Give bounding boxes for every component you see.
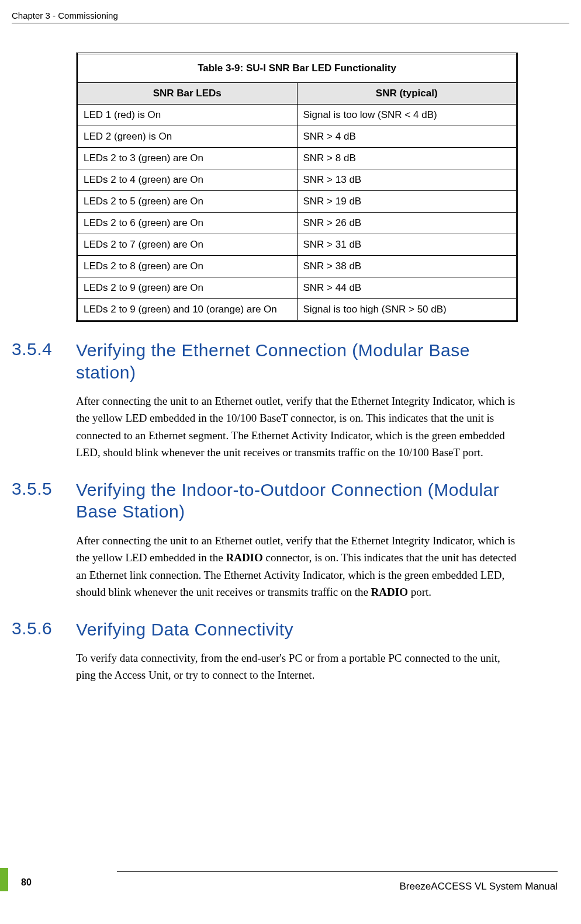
table-row: LEDs 2 to 7 (green) are OnSNR > 31 dB [77, 234, 517, 256]
table-cell-led: LEDs 2 to 5 (green) are On [77, 191, 298, 213]
table-cell-snr: SNR > 31 dB [297, 234, 517, 256]
table-col1-head: SNR Bar LEDs [77, 83, 298, 105]
section-heading: 3.5.6Verifying Data Connectivity [12, 619, 518, 641]
table-cell-snr: Signal is too high (SNR > 50 dB) [297, 299, 517, 321]
table-cell-led: LED 2 (green) is On [77, 126, 298, 148]
table-row: LEDs 2 to 3 (green) are OnSNR > 8 dB [77, 148, 517, 169]
section: 3.5.5Verifying the Indoor-to-Outdoor Con… [76, 479, 518, 601]
chapter-label: Chapter 3 - Commissioning [12, 11, 118, 20]
page-footer: 80 BreezeACCESS VL System Manual [0, 871, 581, 901]
section-title: Verifying Data Connectivity [76, 619, 293, 641]
table-cell-led: LEDs 2 to 6 (green) are On [77, 213, 298, 234]
table-header-row: SNR Bar LEDs SNR (typical) [77, 83, 517, 105]
table-row: LED 2 (green) is OnSNR > 4 dB [77, 126, 517, 148]
manual-title: BreezeACCESS VL System Manual [399, 881, 558, 892]
table-cell-snr: SNR > 13 dB [297, 169, 517, 191]
footer-rule [117, 871, 558, 872]
section-heading: 3.5.4Verifying the Ethernet Connection (… [12, 339, 518, 383]
page-header: Chapter 3 - Commissioning [12, 11, 569, 23]
section-title: Verifying the Ethernet Connection (Modul… [76, 339, 518, 383]
table-cell-led: LEDs 2 to 9 (green) and 10 (orange) are … [77, 299, 298, 321]
snr-led-table: Table 3-9: SU-I SNR Bar LED Functionalit… [76, 53, 518, 322]
table-cell-snr: Signal is too low (SNR < 4 dB) [297, 105, 517, 126]
table-cell-led: LEDs 2 to 9 (green) are On [77, 277, 298, 299]
table-cell-led: LED 1 (red) is On [77, 105, 298, 126]
table-cell-snr: SNR > 26 dB [297, 213, 517, 234]
table-row: LEDs 2 to 4 (green) are OnSNR > 13 dB [77, 169, 517, 191]
table-row: LEDs 2 to 9 (green) and 10 (orange) are … [77, 299, 517, 321]
section-number: 3.5.4 [12, 339, 76, 383]
table-cell-led: LEDs 2 to 7 (green) are On [77, 234, 298, 256]
table-row: LED 1 (red) is OnSignal is too low (SNR … [77, 105, 517, 126]
table-cell-led: LEDs 2 to 8 (green) are On [77, 256, 298, 277]
section-body: After connecting the unit to an Ethernet… [76, 532, 518, 601]
table-cell-snr: SNR > 38 dB [297, 256, 517, 277]
table-caption-row: Table 3-9: SU-I SNR Bar LED Functionalit… [77, 54, 517, 83]
table-caption: Table 3-9: SU-I SNR Bar LED Functionalit… [77, 54, 517, 83]
table-cell-snr: SNR > 8 dB [297, 148, 517, 169]
section-title: Verifying the Indoor-to-Outdoor Connecti… [76, 479, 518, 523]
table-cell-led: LEDs 2 to 4 (green) are On [77, 169, 298, 191]
footer-accent-bar [0, 868, 8, 891]
table-col2-head: SNR (typical) [297, 83, 517, 105]
table-row: LEDs 2 to 5 (green) are OnSNR > 19 dB [77, 191, 517, 213]
section-number: 3.5.6 [12, 619, 76, 641]
table-cell-snr: SNR > 44 dB [297, 277, 517, 299]
section-body: To verify data connectivity, from the en… [76, 649, 518, 684]
page-number: 80 [21, 877, 32, 888]
table-row: LEDs 2 to 8 (green) are OnSNR > 38 dB [77, 256, 517, 277]
table-cell-snr: SNR > 4 dB [297, 126, 517, 148]
section: 3.5.6Verifying Data ConnectivityTo verif… [76, 619, 518, 684]
section-heading: 3.5.5Verifying the Indoor-to-Outdoor Con… [12, 479, 518, 523]
table-cell-led: LEDs 2 to 3 (green) are On [77, 148, 298, 169]
table-row: LEDs 2 to 6 (green) are OnSNR > 26 dB [77, 213, 517, 234]
section-body: After connecting the unit to an Ethernet… [76, 392, 518, 461]
table-cell-snr: SNR > 19 dB [297, 191, 517, 213]
section: 3.5.4Verifying the Ethernet Connection (… [76, 339, 518, 461]
table-row: LEDs 2 to 9 (green) are OnSNR > 44 dB [77, 277, 517, 299]
section-number: 3.5.5 [12, 479, 76, 523]
page-content: Table 3-9: SU-I SNR Bar LED Functionalit… [76, 53, 518, 684]
